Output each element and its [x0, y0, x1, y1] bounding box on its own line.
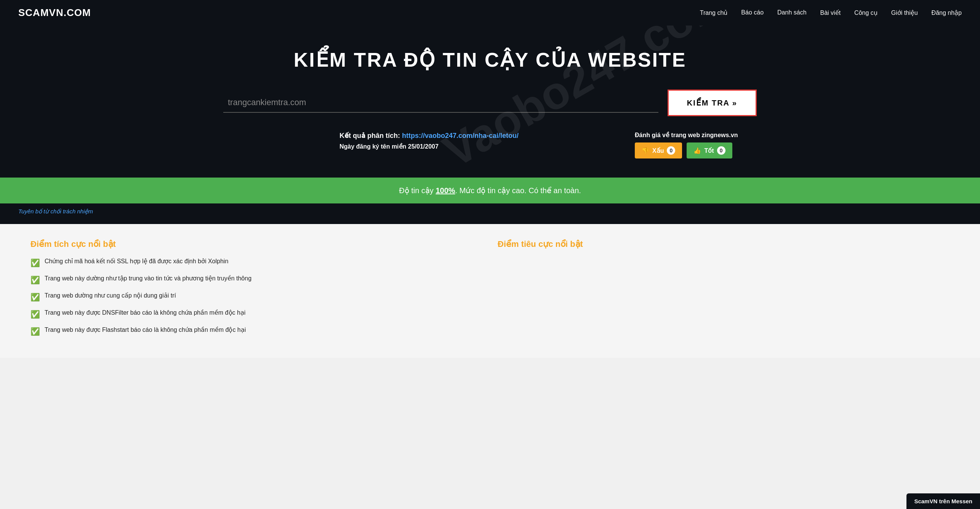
- result-date: Ngày đăng ký tên miền 25/01/2007: [339, 143, 519, 150]
- result-url[interactable]: https://vaobo247.com/nha-cai/letou/: [402, 132, 519, 139]
- bad-count: 0: [667, 146, 675, 155]
- positive-item-4: Trang web này được DNSFilter báo cáo là …: [45, 308, 245, 317]
- rating-section: Đánh giá về trang web zingnews.vn 👎 Xấu …: [635, 131, 757, 158]
- nav-bao-cao[interactable]: Báo cáo: [741, 9, 764, 16]
- positive-item-5: Trang web này được Flashstart báo cáo là…: [45, 325, 246, 335]
- disclaimer-link[interactable]: Tuyên bố từ chối trách nhiệm: [18, 208, 93, 214]
- good-count: 0: [717, 146, 725, 155]
- negatives-column: Điểm tiêu cực nổi bật: [498, 239, 950, 343]
- search-container: KIỂM TRA »: [223, 90, 757, 116]
- search-input[interactable]: [223, 96, 658, 109]
- check-icon-3: ✅: [30, 291, 40, 303]
- rating-label: Đánh giá về trang web zingnews.vn: [635, 131, 738, 139]
- content-section: Điểm tích cực nổi bật ✅ Chứng chỉ mã hoá…: [0, 224, 980, 358]
- trust-percent: 100%: [436, 186, 455, 195]
- check-icon-5: ✅: [30, 326, 40, 337]
- positive-item-3: Trang web dường như cung cấp nội dung gi…: [45, 291, 176, 300]
- check-icon-4: ✅: [30, 309, 40, 320]
- check-icon-2: ✅: [30, 274, 40, 286]
- kiemtra-button[interactable]: KIỂM TRA »: [668, 90, 757, 116]
- positive-item-1: Chứng chỉ mã hoá kết nối SSL hợp lệ đã đ…: [45, 257, 228, 266]
- rating-buttons: 👎 Xấu 0 👍 Tốt 0: [635, 142, 732, 158]
- header: SCAMVN.COM Trang chủ Báo cáo Danh sách B…: [0, 0, 980, 26]
- nav-bai-viet[interactable]: Bài viết: [820, 9, 841, 16]
- list-item: ✅ Trang web này dường như tập trung vào …: [30, 274, 482, 286]
- trust-bar: Độ tin cậy 100%. Mức độ tin cậy cao. Có …: [0, 178, 980, 203]
- list-item: ✅ Trang web dường như cung cấp nội dung …: [30, 291, 482, 303]
- disclaimer-section: Tuyên bố từ chối trách nhiệm: [0, 203, 980, 224]
- nav-cong-cu[interactable]: Công cụ: [854, 9, 878, 16]
- list-item: ✅ Trang web này được Flashstart báo cáo …: [30, 325, 482, 337]
- nav-danh-sach[interactable]: Danh sách: [777, 9, 807, 16]
- bad-label: Xấu: [652, 147, 664, 154]
- positives-column: Điểm tích cực nổi bật ✅ Chứng chỉ mã hoá…: [30, 239, 482, 343]
- bad-button[interactable]: 👎 Xấu 0: [635, 142, 682, 158]
- nav-gioi-thieu[interactable]: Giới thiệu: [891, 9, 918, 16]
- nav-trang-chu[interactable]: Trang chủ: [700, 9, 728, 16]
- search-input-wrapper: [223, 93, 658, 113]
- good-label: Tốt: [704, 147, 714, 154]
- check-icon-1: ✅: [30, 257, 40, 269]
- results-area: Kết quả phân tích: https://vaobo247.com/…: [339, 131, 519, 156]
- site-logo[interactable]: SCAMVN.COM: [18, 7, 91, 19]
- negatives-title: Điểm tiêu cực nổi bật: [498, 239, 950, 249]
- result-label: Kết quả phân tích: https://vaobo247.com/…: [339, 131, 519, 140]
- thumbs-up-icon: 👍: [693, 147, 701, 154]
- positive-item-2: Trang web này dường như tập trung vào ti…: [45, 274, 251, 283]
- good-button[interactable]: 👍 Tốt 0: [687, 142, 732, 158]
- results-row: Kết quả phân tích: https://vaobo247.com/…: [223, 131, 757, 158]
- hero-section: Vaobo247.com KIỂM TRA ĐỘ TIN CẬY CỦA WEB…: [0, 26, 980, 178]
- thumbs-down-icon: 👎: [642, 147, 649, 154]
- trust-text: Độ tin cậy 100%. Mức độ tin cậy cao. Có …: [399, 186, 581, 195]
- list-item: ✅ Trang web này được DNSFilter báo cáo l…: [30, 308, 482, 320]
- positives-title: Điểm tích cực nổi bật: [30, 239, 482, 249]
- main-nav: Trang chủ Báo cáo Danh sách Bài viết Côn…: [700, 9, 962, 16]
- page-title: KIỂM TRA ĐỘ TIN CẬY CỦA WEBSITE: [18, 48, 962, 71]
- list-item: ✅ Chứng chỉ mã hoá kết nối SSL hợp lệ đã…: [30, 257, 482, 269]
- nav-dang-nhap[interactable]: Đăng nhập: [932, 9, 962, 16]
